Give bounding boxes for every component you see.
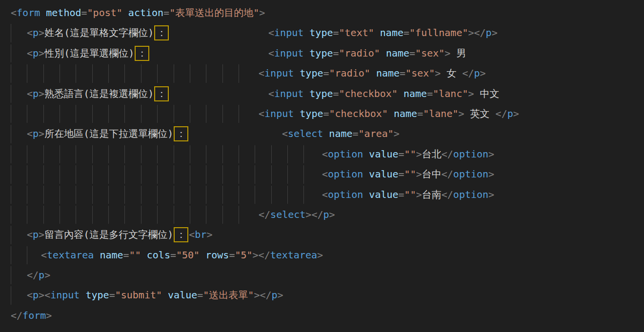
token-pun: > bbox=[394, 128, 400, 139]
indent-guide bbox=[255, 186, 255, 204]
token-pun: = bbox=[109, 289, 115, 301]
token-tag: input bbox=[274, 27, 303, 39]
token-txt: 英文 bbox=[464, 108, 496, 119]
token-pun: < bbox=[44, 289, 50, 301]
token-pun: > bbox=[44, 269, 50, 281]
token-sp bbox=[323, 128, 329, 139]
token-tag: input bbox=[50, 289, 80, 301]
indent-guide bbox=[303, 145, 304, 163]
code-segment: <p>性別(這是單選欄位)： bbox=[27, 43, 150, 63]
unicode-highlight-colon: ： bbox=[154, 86, 169, 101]
code-editor[interactable]: <form method="post" action="表單送出的目的地"><p… bbox=[0, 0, 644, 332]
token-pun: > bbox=[513, 108, 519, 119]
token-pun: < bbox=[268, 27, 274, 39]
indent-guide bbox=[108, 145, 109, 163]
indent-guide bbox=[157, 145, 158, 163]
code-segment: <option value="">台南</option> bbox=[322, 185, 494, 205]
token-sp bbox=[141, 249, 147, 261]
token-tag: p bbox=[33, 128, 39, 139]
token-pun: < bbox=[41, 249, 47, 261]
indent-guide bbox=[239, 186, 239, 204]
indent-guide bbox=[27, 145, 27, 163]
token-pun: </ bbox=[442, 148, 453, 160]
token-sp bbox=[363, 168, 369, 180]
token-attr: type bbox=[300, 108, 323, 119]
token-pun: </ bbox=[260, 289, 271, 301]
indent-guide bbox=[92, 186, 93, 204]
indent-guide bbox=[11, 165, 11, 183]
token-sp bbox=[370, 67, 376, 79]
token-attr: cols bbox=[147, 249, 170, 261]
token-tag: option bbox=[328, 148, 363, 160]
token-tag: p bbox=[507, 108, 513, 119]
indent-guide bbox=[108, 165, 109, 183]
token-pun: </ bbox=[259, 209, 270, 220]
indent-guide bbox=[222, 145, 223, 163]
code-line-13: <textarea name="" cols="50" rows="5"></t… bbox=[0, 245, 644, 265]
code-line-5: <p>熟悉語言(這是複選欄位)：<input type="checkbox" n… bbox=[0, 84, 644, 104]
token-str: "" bbox=[404, 189, 416, 200]
token-str: "fullname" bbox=[409, 27, 468, 39]
token-pun: < bbox=[27, 289, 33, 301]
indent-guide bbox=[190, 186, 190, 204]
indent-guide bbox=[76, 145, 76, 163]
indent-guide bbox=[157, 64, 158, 82]
indent-guide bbox=[27, 206, 27, 224]
token-str: "" bbox=[129, 249, 141, 261]
indent-guide bbox=[124, 165, 125, 183]
indent-guide bbox=[76, 165, 76, 183]
token-pun: > bbox=[488, 168, 494, 180]
indent-guide bbox=[11, 44, 11, 62]
code-segment: <option value="">台中</option> bbox=[322, 164, 494, 184]
token-pun: < bbox=[268, 47, 274, 59]
token-attr: type bbox=[85, 289, 109, 301]
token-pun: = bbox=[427, 88, 433, 99]
token-pun: > bbox=[39, 27, 44, 39]
token-str: "post" bbox=[87, 7, 122, 19]
token-attr: type bbox=[309, 88, 333, 99]
token-str: "" bbox=[404, 168, 416, 180]
token-str: "text" bbox=[339, 27, 374, 39]
indent-guide bbox=[92, 64, 93, 82]
code-line-2: <p>姓名(這是單格文字欄位)：<input type="text" name=… bbox=[0, 23, 644, 43]
token-pun: </ bbox=[259, 249, 270, 261]
token-sp bbox=[398, 88, 403, 99]
token-tag: textarea bbox=[47, 249, 94, 261]
indent-guide bbox=[239, 165, 239, 183]
indent-guide bbox=[239, 105, 239, 123]
indent-guide bbox=[255, 145, 255, 163]
code-segment: <input type="checkbox" name="lanc"> 中文 bbox=[268, 84, 500, 104]
token-str: "sex" bbox=[405, 67, 435, 79]
indent-guide bbox=[108, 186, 109, 204]
token-txt: 台中 bbox=[422, 168, 442, 180]
indent-guide bbox=[60, 165, 60, 183]
code-segment: </form> bbox=[11, 306, 52, 326]
indent-guide bbox=[43, 206, 44, 224]
code-segment: <p>姓名(這是單格文字欄位)： bbox=[27, 23, 169, 43]
token-tag: input bbox=[264, 108, 294, 119]
indent-guide bbox=[190, 206, 190, 224]
indent-guide bbox=[206, 165, 206, 183]
token-pun: > bbox=[416, 189, 422, 200]
indent-guide bbox=[206, 186, 206, 204]
indent-guide bbox=[11, 85, 11, 103]
indent-guide bbox=[124, 145, 125, 163]
indent-guide bbox=[124, 206, 125, 224]
token-pun: > bbox=[305, 209, 311, 220]
indent-guide bbox=[222, 105, 223, 123]
token-txt: 所在地區(這是下拉選單欄位) bbox=[44, 128, 173, 139]
token-tag: p bbox=[33, 47, 39, 59]
code-segment: </select></p> bbox=[259, 205, 335, 225]
indent-guide bbox=[60, 105, 60, 123]
token-pun: = bbox=[323, 67, 329, 79]
indent-guide bbox=[271, 186, 272, 204]
token-attr: name bbox=[329, 128, 352, 139]
token-tag: input bbox=[264, 67, 294, 79]
token-pun: < bbox=[27, 88, 33, 99]
indent-guide bbox=[124, 186, 125, 204]
indent-guide bbox=[157, 105, 158, 123]
token-sp bbox=[40, 7, 46, 19]
token-pun: = bbox=[81, 7, 87, 19]
token-pun: < bbox=[322, 189, 328, 200]
token-tag: select bbox=[270, 209, 305, 220]
